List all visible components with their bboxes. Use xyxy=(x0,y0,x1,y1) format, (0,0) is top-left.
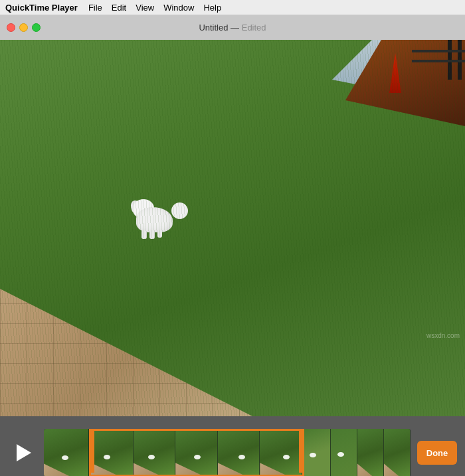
menu-view[interactable]: View xyxy=(136,3,154,13)
thumb-post-3 xyxy=(357,429,384,476)
timeline-strip xyxy=(44,429,411,476)
fence-rail-2 xyxy=(412,60,465,62)
fence xyxy=(412,40,465,93)
thumb-post-2 xyxy=(331,429,357,476)
controls-bar: Done xyxy=(0,416,465,476)
minimize-button[interactable] xyxy=(19,23,28,32)
trim-handle-left[interactable] xyxy=(89,429,94,473)
play-button[interactable] xyxy=(8,438,37,467)
dog-leg-3 xyxy=(157,230,162,238)
titlebar: Untitled — Edited xyxy=(0,15,465,40)
patio-tiles xyxy=(0,204,252,416)
thumb-post-4 xyxy=(384,429,411,476)
dog xyxy=(130,193,189,239)
menu-items: File Edit View Window Help xyxy=(88,3,221,13)
menu-edit[interactable]: Edit xyxy=(112,3,126,13)
title-status: Edited xyxy=(242,23,266,33)
close-button[interactable] xyxy=(7,23,15,32)
dog-leg-2 xyxy=(149,230,155,239)
menu-window[interactable]: Window xyxy=(163,3,194,13)
selected-region[interactable] xyxy=(89,429,304,476)
menu-help[interactable]: Help xyxy=(203,3,221,13)
thumb-sel-5 xyxy=(260,431,302,475)
video-area[interactable]: wsxdn.com xyxy=(0,40,465,416)
app-name: QuickTime Player xyxy=(5,3,78,13)
play-icon xyxy=(17,444,31,461)
timeline-area[interactable] xyxy=(44,424,411,476)
pre-selection-thumbnails xyxy=(44,429,89,476)
fence-rail-1 xyxy=(412,50,465,52)
thumb-sel-2 xyxy=(134,431,176,475)
thumb-sel-1 xyxy=(91,431,134,475)
dog-body xyxy=(136,207,173,232)
watermark: wsxdn.com xyxy=(426,332,460,339)
menubar: QuickTime Player File Edit View Window H… xyxy=(0,0,465,15)
trim-handle-right[interactable] xyxy=(299,429,304,473)
thumb-pre-1 xyxy=(44,429,89,476)
thumb-sel-3 xyxy=(175,431,218,475)
traffic-lights xyxy=(7,23,41,32)
dog-leg-1 xyxy=(141,230,147,239)
menu-file[interactable]: File xyxy=(88,3,102,13)
done-button[interactable]: Done xyxy=(417,441,457,465)
dog-tail xyxy=(171,202,188,219)
maximize-button[interactable] xyxy=(32,23,41,32)
post-selection-thumbnails xyxy=(304,429,411,476)
thumb-sel-4 xyxy=(218,431,260,475)
video-scene xyxy=(0,40,465,416)
window-title: Untitled — Edited xyxy=(199,23,266,33)
thumb-post-1 xyxy=(304,429,331,476)
title-text: Untitled xyxy=(199,23,228,33)
